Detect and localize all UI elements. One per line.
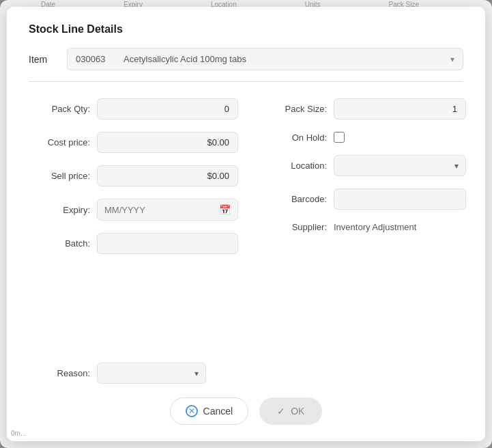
location-dropdown-arrow-icon: ▾ <box>454 161 459 171</box>
item-name: Acetylsalicylic Acid 100mg tabs <box>124 54 444 64</box>
calendar-icon[interactable]: 📅 <box>219 204 231 215</box>
cancel-button[interactable]: ✕ Cancel <box>170 397 249 425</box>
sell-price-input[interactable] <box>97 165 238 186</box>
check-icon: ✓ <box>277 406 285 417</box>
on-hold-checkbox[interactable] <box>334 132 345 143</box>
cost-price-input[interactable] <box>97 132 238 153</box>
item-select[interactable]: 030063 Acetylsalicylic Acid 100mg tabs ▾ <box>67 48 463 70</box>
barcode-input[interactable] <box>334 188 466 210</box>
barcode-row: Barcode: <box>265 188 466 210</box>
stock-line-dialog: Stock Line Details Item 030063 Acetylsal… <box>7 7 485 441</box>
expiry-input-wrapper[interactable]: 📅 <box>97 199 238 221</box>
reason-row: Reason: ▾ <box>29 363 463 384</box>
location-dropdown[interactable]: ▾ <box>334 155 466 176</box>
pack-size-input[interactable] <box>334 98 466 120</box>
location-row: Location: ▾ <box>265 155 466 176</box>
ok-label: OK <box>291 406 304 417</box>
reason-dropdown[interactable]: ▾ <box>97 363 206 384</box>
form-left: Pack Qty: Cost price: Sell price: Expiry… <box>29 98 238 357</box>
location-select[interactable] <box>341 160 454 171</box>
cost-price-row: Cost price: <box>29 132 238 153</box>
supplier-value: Inventory Adjustment <box>334 222 416 232</box>
supplier-label: Supplier: <box>265 222 327 232</box>
modal-overlay: Date Expiry Location Units Pack Size Sto… <box>0 0 492 448</box>
expiry-row: Expiry: 📅 <box>29 199 238 221</box>
sell-price-row: Sell price: <box>29 165 238 186</box>
cost-price-label: Cost price: <box>29 137 90 148</box>
sell-price-label: Sell price: <box>29 171 90 181</box>
cancel-circle-icon: ✕ <box>186 405 198 417</box>
expiry-input[interactable] <box>104 205 219 215</box>
on-hold-checkbox-wrapper <box>334 132 345 143</box>
footer-actions: ✕ Cancel ✓ OK <box>29 384 463 425</box>
item-label: Item <box>29 54 56 65</box>
batch-row: Batch: <box>29 233 238 254</box>
form-grid: Pack Qty: Cost price: Sell price: Expiry… <box>29 98 463 357</box>
cancel-label: Cancel <box>203 406 233 417</box>
background-bottom-text: 0m... <box>11 430 26 437</box>
pack-qty-label: Pack Qty: <box>29 104 90 114</box>
reason-select[interactable] <box>104 368 194 378</box>
pack-qty-input[interactable] <box>97 98 238 120</box>
pack-size-row: Pack Size: <box>265 98 466 120</box>
reason-label: Reason: <box>29 368 90 378</box>
batch-label: Batch: <box>29 238 90 249</box>
item-code: 030063 <box>76 54 117 64</box>
form-right: Pack Size: On Hold: Location: ▾ <box>265 98 466 357</box>
chevron-down-icon: ▾ <box>450 55 454 64</box>
barcode-label: Barcode: <box>265 194 327 204</box>
batch-input[interactable] <box>97 233 238 254</box>
ok-button[interactable]: ✓ OK <box>259 397 322 425</box>
supplier-row: Supplier: Inventory Adjustment <box>265 222 466 232</box>
modal-title: Stock Line Details <box>29 23 463 36</box>
item-row: Item 030063 Acetylsalicylic Acid 100mg t… <box>29 48 463 82</box>
expiry-label: Expiry: <box>29 205 90 215</box>
on-hold-label: On Hold: <box>265 132 327 143</box>
on-hold-row: On Hold: <box>265 132 466 143</box>
location-label: Location: <box>265 160 327 171</box>
pack-qty-row: Pack Qty: <box>29 98 238 120</box>
reason-dropdown-arrow-icon: ▾ <box>194 369 199 378</box>
pack-size-label: Pack Size: <box>265 104 327 114</box>
